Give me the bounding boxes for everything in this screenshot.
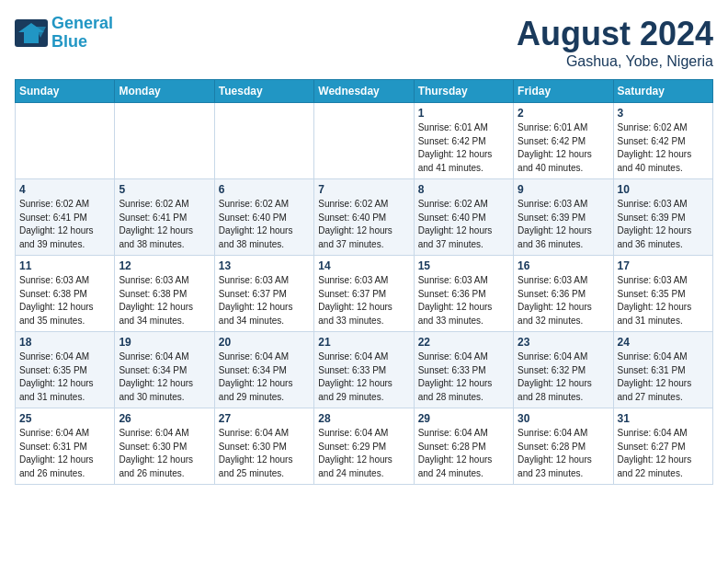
calendar-cell bbox=[115, 103, 214, 179]
calendar-week-row: 11Sunrise: 6:03 AMSunset: 6:38 PMDayligh… bbox=[16, 256, 713, 332]
day-info: Sunrise: 6:03 AMSunset: 6:37 PMDaylight:… bbox=[219, 274, 310, 327]
day-info: Sunrise: 6:02 AMSunset: 6:41 PMDaylight:… bbox=[19, 198, 110, 251]
calendar-cell: 9Sunrise: 6:03 AMSunset: 6:39 PMDaylight… bbox=[514, 179, 613, 256]
day-number: 15 bbox=[418, 259, 509, 272]
month-title: August 2024 bbox=[517, 15, 713, 53]
day-number: 27 bbox=[219, 412, 310, 425]
calendar-cell: 16Sunrise: 6:03 AMSunset: 6:36 PMDayligh… bbox=[514, 256, 613, 332]
calendar-cell: 31Sunrise: 6:04 AMSunset: 6:27 PMDayligh… bbox=[613, 408, 712, 485]
calendar-cell: 24Sunrise: 6:04 AMSunset: 6:31 PMDayligh… bbox=[613, 332, 712, 408]
calendar-cell: 7Sunrise: 6:02 AMSunset: 6:40 PMDaylight… bbox=[314, 179, 414, 256]
calendar-cell: 5Sunrise: 6:02 AMSunset: 6:41 PMDaylight… bbox=[115, 179, 214, 256]
day-number: 24 bbox=[618, 336, 709, 349]
day-info: Sunrise: 6:04 AMSunset: 6:27 PMDaylight:… bbox=[618, 427, 709, 480]
day-info: Sunrise: 6:03 AMSunset: 6:38 PMDaylight:… bbox=[119, 274, 210, 327]
weekday-header: Saturday bbox=[613, 80, 712, 103]
day-number: 2 bbox=[518, 107, 609, 120]
day-info: Sunrise: 6:02 AMSunset: 6:40 PMDaylight:… bbox=[318, 198, 409, 251]
day-info: Sunrise: 6:04 AMSunset: 6:32 PMDaylight:… bbox=[518, 350, 609, 404]
day-info: Sunrise: 6:03 AMSunset: 6:36 PMDaylight:… bbox=[418, 274, 509, 327]
day-number: 18 bbox=[19, 336, 110, 349]
day-info: Sunrise: 6:03 AMSunset: 6:39 PMDaylight:… bbox=[618, 198, 709, 251]
day-info: Sunrise: 6:04 AMSunset: 6:35 PMDaylight:… bbox=[19, 350, 110, 404]
calendar-week-row: 4Sunrise: 6:02 AMSunset: 6:41 PMDaylight… bbox=[16, 179, 713, 256]
day-number: 8 bbox=[418, 183, 509, 196]
day-number: 12 bbox=[119, 259, 210, 272]
calendar-cell: 28Sunrise: 6:04 AMSunset: 6:29 PMDayligh… bbox=[314, 408, 414, 485]
day-info: Sunrise: 6:01 AMSunset: 6:42 PMDaylight:… bbox=[418, 121, 509, 175]
day-number: 22 bbox=[418, 336, 509, 349]
calendar-cell: 3Sunrise: 6:02 AMSunset: 6:42 PMDaylight… bbox=[613, 103, 712, 179]
calendar-cell: 13Sunrise: 6:03 AMSunset: 6:37 PMDayligh… bbox=[214, 256, 313, 332]
day-number: 31 bbox=[618, 412, 709, 425]
day-info: Sunrise: 6:03 AMSunset: 6:35 PMDaylight:… bbox=[618, 274, 709, 327]
day-info: Sunrise: 6:04 AMSunset: 6:33 PMDaylight:… bbox=[318, 350, 409, 404]
day-number: 9 bbox=[518, 183, 609, 196]
calendar-cell bbox=[214, 103, 313, 179]
day-info: Sunrise: 6:04 AMSunset: 6:30 PMDaylight:… bbox=[119, 427, 210, 480]
calendar-cell: 10Sunrise: 6:03 AMSunset: 6:39 PMDayligh… bbox=[613, 179, 712, 256]
title-block: August 2024 Gashua, Yobe, Nigeria bbox=[517, 15, 713, 70]
day-number: 5 bbox=[119, 183, 210, 196]
calendar-cell bbox=[16, 103, 115, 179]
day-number: 16 bbox=[518, 259, 609, 272]
logo-text: GeneralBlue bbox=[51, 15, 113, 52]
calendar-cell: 22Sunrise: 6:04 AMSunset: 6:33 PMDayligh… bbox=[414, 332, 513, 408]
day-number: 17 bbox=[618, 259, 709, 272]
calendar-cell: 29Sunrise: 6:04 AMSunset: 6:28 PMDayligh… bbox=[414, 408, 513, 485]
day-info: Sunrise: 6:04 AMSunset: 6:34 PMDaylight:… bbox=[219, 350, 310, 404]
calendar-cell bbox=[314, 103, 414, 179]
day-number: 20 bbox=[219, 336, 310, 349]
day-info: Sunrise: 6:01 AMSunset: 6:42 PMDaylight:… bbox=[518, 121, 609, 175]
weekday-header: Monday bbox=[115, 80, 214, 103]
day-number: 28 bbox=[318, 412, 409, 425]
logo-icon bbox=[15, 19, 48, 47]
day-number: 1 bbox=[418, 107, 509, 120]
day-info: Sunrise: 6:02 AMSunset: 6:41 PMDaylight:… bbox=[119, 198, 210, 251]
day-info: Sunrise: 6:03 AMSunset: 6:38 PMDaylight:… bbox=[19, 274, 110, 327]
weekday-header: Sunday bbox=[16, 80, 115, 103]
day-info: Sunrise: 6:02 AMSunset: 6:40 PMDaylight:… bbox=[418, 198, 509, 251]
calendar-cell: 15Sunrise: 6:03 AMSunset: 6:36 PMDayligh… bbox=[414, 256, 513, 332]
calendar-cell: 17Sunrise: 6:03 AMSunset: 6:35 PMDayligh… bbox=[613, 256, 712, 332]
calendar-cell: 19Sunrise: 6:04 AMSunset: 6:34 PMDayligh… bbox=[115, 332, 214, 408]
calendar-header-row: SundayMondayTuesdayWednesdayThursdayFrid… bbox=[16, 80, 713, 103]
calendar-cell: 1Sunrise: 6:01 AMSunset: 6:42 PMDaylight… bbox=[414, 103, 513, 179]
calendar-cell: 27Sunrise: 6:04 AMSunset: 6:30 PMDayligh… bbox=[214, 408, 313, 485]
calendar-cell: 18Sunrise: 6:04 AMSunset: 6:35 PMDayligh… bbox=[16, 332, 115, 408]
day-info: Sunrise: 6:04 AMSunset: 6:33 PMDaylight:… bbox=[418, 350, 509, 404]
day-info: Sunrise: 6:04 AMSunset: 6:34 PMDaylight:… bbox=[119, 350, 210, 404]
calendar-cell: 12Sunrise: 6:03 AMSunset: 6:38 PMDayligh… bbox=[115, 256, 214, 332]
weekday-header: Thursday bbox=[414, 80, 513, 103]
day-info: Sunrise: 6:03 AMSunset: 6:36 PMDaylight:… bbox=[518, 274, 609, 327]
calendar-cell: 8Sunrise: 6:02 AMSunset: 6:40 PMDaylight… bbox=[414, 179, 513, 256]
day-number: 6 bbox=[219, 183, 310, 196]
day-number: 29 bbox=[418, 412, 509, 425]
calendar-cell: 30Sunrise: 6:04 AMSunset: 6:28 PMDayligh… bbox=[514, 408, 613, 485]
location: Gashua, Yobe, Nigeria bbox=[517, 53, 713, 70]
day-number: 26 bbox=[119, 412, 210, 425]
weekday-header: Tuesday bbox=[214, 80, 313, 103]
logo: GeneralBlue bbox=[15, 15, 113, 52]
calendar-cell: 4Sunrise: 6:02 AMSunset: 6:41 PMDaylight… bbox=[16, 179, 115, 256]
day-info: Sunrise: 6:03 AMSunset: 6:39 PMDaylight:… bbox=[518, 198, 609, 251]
calendar-cell: 25Sunrise: 6:04 AMSunset: 6:31 PMDayligh… bbox=[16, 408, 115, 485]
day-info: Sunrise: 6:04 AMSunset: 6:31 PMDaylight:… bbox=[618, 350, 709, 404]
page-header: GeneralBlue August 2024 Gashua, Yobe, Ni… bbox=[15, 15, 713, 70]
day-info: Sunrise: 6:02 AMSunset: 6:42 PMDaylight:… bbox=[618, 121, 709, 175]
calendar-cell: 11Sunrise: 6:03 AMSunset: 6:38 PMDayligh… bbox=[16, 256, 115, 332]
calendar-cell: 26Sunrise: 6:04 AMSunset: 6:30 PMDayligh… bbox=[115, 408, 214, 485]
day-number: 23 bbox=[518, 336, 609, 349]
day-number: 14 bbox=[318, 259, 409, 272]
day-number: 21 bbox=[318, 336, 409, 349]
day-number: 19 bbox=[119, 336, 210, 349]
day-info: Sunrise: 6:04 AMSunset: 6:31 PMDaylight:… bbox=[19, 427, 110, 480]
calendar-cell: 23Sunrise: 6:04 AMSunset: 6:32 PMDayligh… bbox=[514, 332, 613, 408]
calendar-week-row: 25Sunrise: 6:04 AMSunset: 6:31 PMDayligh… bbox=[16, 408, 713, 485]
calendar-cell: 20Sunrise: 6:04 AMSunset: 6:34 PMDayligh… bbox=[214, 332, 313, 408]
day-info: Sunrise: 6:03 AMSunset: 6:37 PMDaylight:… bbox=[318, 274, 409, 327]
day-info: Sunrise: 6:04 AMSunset: 6:28 PMDaylight:… bbox=[418, 427, 509, 480]
calendar-week-row: 1Sunrise: 6:01 AMSunset: 6:42 PMDaylight… bbox=[16, 103, 713, 179]
day-info: Sunrise: 6:04 AMSunset: 6:29 PMDaylight:… bbox=[318, 427, 409, 480]
day-info: Sunrise: 6:04 AMSunset: 6:28 PMDaylight:… bbox=[518, 427, 609, 480]
